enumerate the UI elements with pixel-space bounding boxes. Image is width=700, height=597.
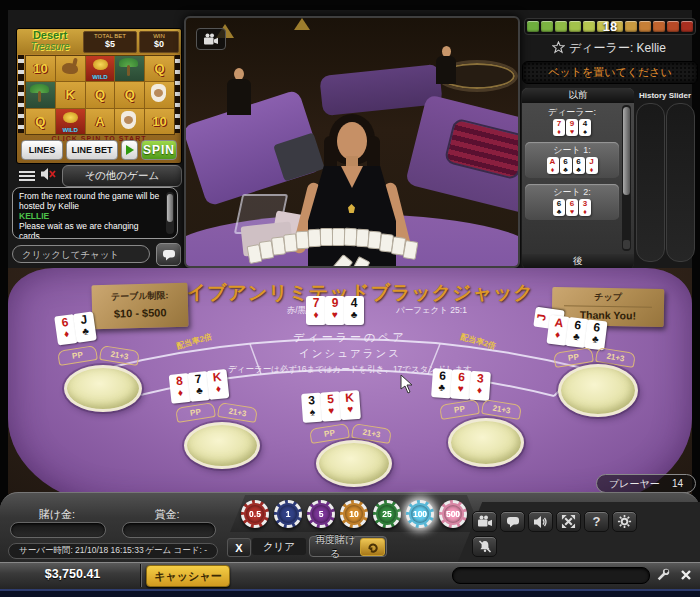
close-icon [680, 569, 692, 581]
slot-symbol-sheikh [145, 82, 174, 107]
casino-studio-scene [186, 18, 518, 266]
video-camera-icon [203, 33, 219, 46]
chat-toggle-button[interactable] [500, 511, 525, 532]
chip-selector: 0.5151025100500 [241, 500, 467, 528]
slot-reels: 10WILDQKQQQWILDA10 [25, 55, 175, 135]
chip-25[interactable]: 25 [373, 500, 401, 528]
slot-header: Desert Treasure TOTAL BET $5 WIN $0 [17, 29, 181, 54]
history-slider-track-2[interactable] [666, 103, 695, 262]
playing-card: 3♦ [579, 199, 591, 216]
playing-card: 6♣ [553, 199, 565, 216]
chat-send-button[interactable] [156, 243, 181, 266]
settings-button[interactable] [612, 511, 637, 532]
dealer-pair-bet-label: ディーラーのペア [8, 330, 692, 345]
playing-card: 9♥ [566, 119, 578, 136]
background-dealer-body [227, 79, 251, 115]
fullscreen-button[interactable] [556, 511, 581, 532]
playing-card: 6♥ [566, 199, 578, 216]
chip-0.5[interactable]: 0.5 [241, 500, 269, 528]
lines-button[interactable]: LINES [21, 140, 63, 160]
history-scroll-thumb[interactable] [623, 107, 630, 195]
speaker-icon [533, 515, 548, 529]
chip-5[interactable]: 5 [307, 500, 335, 528]
win-value: $0 [140, 40, 178, 49]
line-bet-button[interactable]: LINE BET [66, 140, 118, 160]
close-button[interactable] [677, 565, 695, 585]
timer-seconds: 18 [524, 18, 696, 35]
chat-messages-box: From the next round the game will behost… [12, 187, 178, 239]
main-bet-spot[interactable] [558, 364, 638, 417]
chat-message: hosted by Kellie [19, 201, 162, 211]
main-bet-spot[interactable] [316, 440, 392, 487]
slot-symbol-Q: Q [86, 82, 115, 107]
clear-x-button[interactable]: X [227, 538, 251, 557]
total-bet-value: $5 [84, 40, 136, 49]
chat-message: KELLIE [19, 211, 162, 221]
film-strip-left [18, 55, 24, 133]
other-games-button[interactable]: その他のゲーム [62, 165, 182, 187]
chip-500[interactable]: 500 [439, 500, 467, 528]
slot-symbol-sheikh [115, 109, 144, 134]
tools-button[interactable] [653, 565, 673, 585]
slot-game-widget[interactable]: Desert Treasure TOTAL BET $5 WIN $0 10WI… [16, 28, 182, 164]
history-slider-track-1[interactable] [636, 103, 665, 262]
chat-message: Please wait as we are changing cards. [19, 221, 162, 239]
background-dealer-body [436, 56, 456, 84]
help-button[interactable]: ? [584, 511, 609, 532]
history-previous-button[interactable]: 以前 [522, 88, 634, 103]
main-bet-spot[interactable] [448, 418, 524, 467]
history-entry-label: シート 2: [525, 186, 619, 198]
slot-symbol-Q: Q [145, 56, 174, 81]
playing-card: 6♣ [573, 157, 585, 174]
slot-symbol-Q: Q [115, 82, 144, 107]
favorite-star-icon[interactable] [552, 41, 565, 54]
history-entry-label: ディーラー: [525, 106, 619, 118]
chip-10[interactable]: 10 [340, 500, 368, 528]
slot-logo-line1: Desert [19, 30, 81, 41]
camera-view-button[interactable] [196, 28, 226, 50]
winnings-label: 賞金: [134, 507, 200, 522]
wrench-icon [656, 568, 670, 582]
chat-bubble-icon [162, 249, 176, 261]
slot-symbol-palm [115, 56, 144, 81]
chip-100[interactable]: 100 [406, 500, 434, 528]
video-camera-icon [477, 515, 493, 528]
bet-prompt-status: ベットを置いてください [522, 61, 698, 84]
slot-buttons: LINES LINE BET SPIN [21, 140, 177, 160]
play-button[interactable] [121, 140, 138, 160]
game-code: ゲーム コード: - [145, 545, 207, 557]
menu-icon[interactable] [19, 171, 35, 173]
history-scrollbar[interactable] [622, 105, 631, 251]
gear-icon [617, 514, 632, 529]
history-entry: シート 1:A♦6♣6♣J♦ [525, 142, 619, 178]
slot-symbol-Q: Q [26, 109, 55, 134]
cashier-button[interactable]: キャッシャー [146, 565, 230, 587]
bell-slash-icon [477, 539, 493, 554]
main-bet-spot[interactable] [184, 422, 260, 469]
fullscreen-icon [561, 514, 576, 529]
sound-muted-icon[interactable] [40, 167, 57, 185]
dealer-voice-off-button[interactable] [472, 536, 497, 557]
main-bet-spot[interactable] [64, 365, 142, 412]
history-entry: シート 2:6♣6♥3♦ [525, 184, 619, 220]
playing-card: J♦ [586, 157, 598, 174]
history-scroll-down[interactable] [623, 240, 630, 249]
sound-button[interactable] [528, 511, 553, 532]
history-next-button[interactable]: 後 [522, 254, 634, 269]
slot-symbol-palm [26, 82, 55, 107]
playing-card: 7♦ [553, 119, 565, 136]
chat-input[interactable]: クリックしてチャット [12, 245, 150, 263]
chat-scrollbar[interactable] [166, 192, 174, 234]
slot-symbol-A: A [86, 109, 115, 134]
clear-bets-button[interactable]: クリア [252, 538, 306, 555]
slot-win: WIN $0 [139, 31, 179, 53]
slot-symbol-wild: WILD [56, 109, 85, 134]
chip-1[interactable]: 1 [274, 500, 302, 528]
bet-amount-field [10, 522, 106, 538]
rebet-button[interactable] [360, 538, 385, 556]
video-settings-button[interactable] [472, 511, 497, 532]
account-balance: $3,750.41 [10, 567, 135, 581]
spin-button[interactable]: SPIN [141, 140, 177, 160]
chat-scroll-thumb[interactable] [167, 194, 173, 222]
slot-symbol-camel [56, 56, 85, 81]
